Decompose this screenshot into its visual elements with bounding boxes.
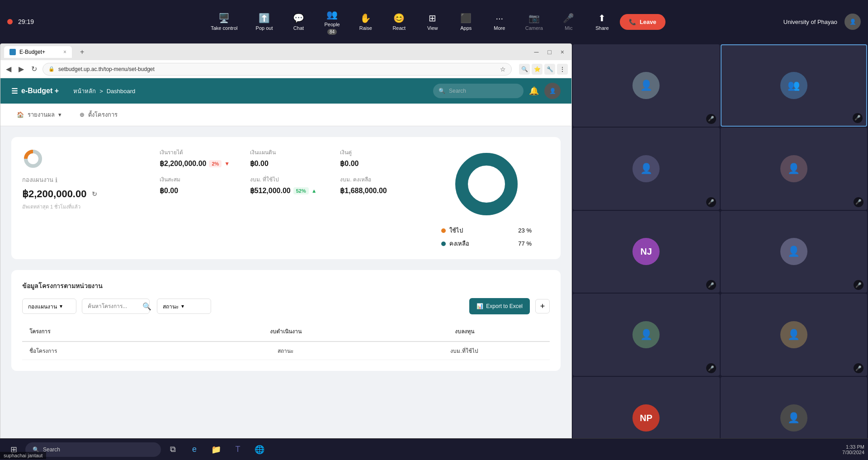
edge-btn[interactable]: e xyxy=(184,440,204,460)
explorer-btn[interactable]: 📁 xyxy=(206,440,226,460)
webpage-content: ☰ e-Budget + หน้าหลัก > Dashboard 🔍 Sear… xyxy=(0,78,571,460)
participant-avatar-9: NP xyxy=(632,404,660,432)
sub-col-used: งบม.ที่ใช้ไป xyxy=(379,341,550,360)
breadcrumb: หน้าหลัก > Dashboard xyxy=(73,86,135,96)
pop-out-icon: ⬆️ xyxy=(259,13,270,24)
forward-btn[interactable]: ▶ xyxy=(17,63,26,75)
share-btn[interactable]: ⬆ Share xyxy=(586,9,618,34)
chat-btn[interactable]: 💬 Chat xyxy=(283,9,314,34)
participant-tile-1: 👤 🎤 xyxy=(573,44,720,127)
nav-bar: 🏠 รายงานผล ▾ ⊕ ตั้งโครงการ xyxy=(0,104,571,126)
refresh-btn[interactable]: ↻ xyxy=(29,63,39,75)
raise-btn[interactable]: ✋ Raise xyxy=(350,9,382,34)
url-text: setbudget.up.ac.th/top-menu/set-budget xyxy=(58,66,155,72)
apps-btn[interactable]: ⬛ Apps xyxy=(450,9,482,34)
user-avatar-header[interactable]: 👤 xyxy=(544,83,561,99)
mute-icon-4: 🎤 xyxy=(854,197,863,207)
star-btn[interactable]: ☆ xyxy=(500,66,506,73)
table-subheader-row: ชื่อโครงการ สถานะ งบม.ที่ใช้ไป xyxy=(22,341,550,360)
react-icon: 😊 xyxy=(393,13,405,24)
back-btn[interactable]: ◀ xyxy=(4,63,13,75)
participants-panel: 👤 🎤 👥 🎤 👤 🎤 👤 🎤 NJ 🎤 👤 🎤 👤 🎤 👤 🎤 NP 🎤 👤 … xyxy=(572,43,868,460)
chrome-btn[interactable]: 🌐 xyxy=(250,440,269,460)
stat-accumulate: เงินสะสม ฿0.00 xyxy=(160,175,232,195)
app-logo: ☰ e-Budget + xyxy=(11,87,59,95)
camera-btn[interactable]: 📷 Camera xyxy=(517,9,551,34)
fund-filter[interactable]: กองแผนงาน ▾ xyxy=(22,299,76,314)
donut-chart xyxy=(450,148,523,220)
mute-icon-5: 🎤 xyxy=(706,280,716,290)
nav-setup[interactable]: ⊕ ตั้งโครงการ xyxy=(74,106,123,123)
filter-chevron-icon: ▾ xyxy=(60,303,62,309)
ext-1[interactable]: 🔍 xyxy=(519,64,530,75)
apps-icon: ⬛ xyxy=(460,13,472,24)
nav-report-label: รายงานผล xyxy=(28,110,55,119)
mic-icon: 🎤 xyxy=(563,13,574,24)
recording-indicator xyxy=(7,19,13,24)
stat-pair: เงินคู่ ฿0.00 xyxy=(340,148,412,168)
dashboard-content: กองแผนงาน ℹ ฿2,200,000.00 ↻ อัพเดทล่าสุด… xyxy=(0,126,571,382)
task-view-btn[interactable]: ⧉ xyxy=(163,440,183,460)
pop-out-btn[interactable]: ⬆️ Pop out xyxy=(248,9,281,34)
participant-tile-2: 👥 🎤 xyxy=(721,44,868,127)
close-btn[interactable]: × xyxy=(557,47,568,57)
fund-pie-icon xyxy=(22,148,44,170)
address-bar[interactable]: 🔒 setbudget.up.ac.th/top-menu/set-budget… xyxy=(42,63,512,76)
breadcrumb-current: Dashboard xyxy=(107,88,136,95)
stat-income: เงินรายได้ ฿2,200,000.00 2% ▼ xyxy=(160,148,232,168)
browser-tab[interactable]: E-Budget+ × xyxy=(4,46,72,58)
toolbar-center: 🖥️ Take control ⬆️ Pop out 💬 Chat 👥 Peop… xyxy=(203,5,665,38)
react-btn[interactable]: 😊 React xyxy=(383,9,415,34)
take-control-btn[interactable]: 🖥️ Take control xyxy=(203,9,245,34)
people-btn[interactable]: 👥 People 84 xyxy=(316,5,348,38)
trend-up-icon: ▲ xyxy=(311,188,317,194)
leave-phone-icon: 📞 xyxy=(629,19,636,25)
ext-2[interactable]: ⭐ xyxy=(532,64,542,75)
header-search[interactable]: 🔍 Search xyxy=(433,84,524,98)
tab-close-btn[interactable]: × xyxy=(63,49,66,55)
legend-remaining-dot xyxy=(441,242,446,246)
taskbar-time: 1:33 PM 7/30/2024 xyxy=(842,444,864,455)
participant-avatar-7: 👤 xyxy=(632,321,660,348)
status-filter[interactable]: สถานะ ▾ xyxy=(157,299,211,314)
export-excel-btn[interactable]: 📊 Export to Excel xyxy=(469,298,530,314)
stat-remaining: งบม. คงเหลือ ฿1,688,000.00 xyxy=(340,175,412,195)
view-btn[interactable]: ⊞ View xyxy=(417,9,448,34)
ext-more[interactable]: ⋮ xyxy=(557,64,568,75)
ext-3[interactable]: 🔧 xyxy=(544,64,555,75)
info-icon: ℹ xyxy=(55,176,57,184)
more-btn[interactable]: ··· More xyxy=(484,9,515,34)
restore-btn[interactable]: □ xyxy=(544,47,555,57)
header-right: 🔍 Search 🔔 👤 xyxy=(433,83,561,99)
browser-controls: ◀ ▶ ↻ 🔒 setbudget.up.ac.th/top-menu/set-… xyxy=(0,60,571,78)
add-row-btn[interactable]: + xyxy=(535,299,550,313)
participant-tile-5: NJ 🎤 xyxy=(573,211,720,293)
teams-btn[interactable]: T xyxy=(228,440,248,460)
camera-icon: 📷 xyxy=(528,13,540,24)
project-search-input[interactable] xyxy=(82,299,150,314)
meeting-timer: 29:19 xyxy=(18,18,34,25)
mic-btn[interactable]: 🎤 Mic xyxy=(553,9,585,34)
nav-report[interactable]: 🏠 รายงานผล ▾ xyxy=(11,106,67,123)
home-icon: 🏠 xyxy=(17,111,24,118)
fund-amount: ฿2,200,000.00 ↻ xyxy=(22,188,149,200)
export-icon: 📊 xyxy=(476,303,483,309)
legend-used-dot xyxy=(441,228,446,233)
leave-btn[interactable]: 📞 Leave xyxy=(620,14,665,30)
col-investment-header: งบลงทุน xyxy=(379,322,550,341)
mute-icon-1: 🎤 xyxy=(706,114,716,124)
svg-point-4 xyxy=(462,159,511,209)
tab-label: E-Budget+ xyxy=(19,49,45,55)
chat-icon: 💬 xyxy=(293,13,304,24)
search-icon[interactable]: 🔍 xyxy=(142,302,151,311)
more-icon: ··· xyxy=(495,13,503,24)
section-title: ข้อมูลโครงการตามหน่วยงาน xyxy=(22,281,550,291)
notification-btn[interactable]: 🔔 xyxy=(529,86,539,96)
refresh-icon[interactable]: ↻ xyxy=(92,190,97,198)
minimize-btn[interactable]: ─ xyxy=(530,47,542,57)
search-placeholder: Search xyxy=(449,88,466,94)
new-tab-btn[interactable]: + xyxy=(75,45,89,59)
status-chevron-icon: ▾ xyxy=(181,303,184,309)
university-name: University of Phayao xyxy=(783,19,837,25)
share-icon: ⬆ xyxy=(598,13,606,24)
